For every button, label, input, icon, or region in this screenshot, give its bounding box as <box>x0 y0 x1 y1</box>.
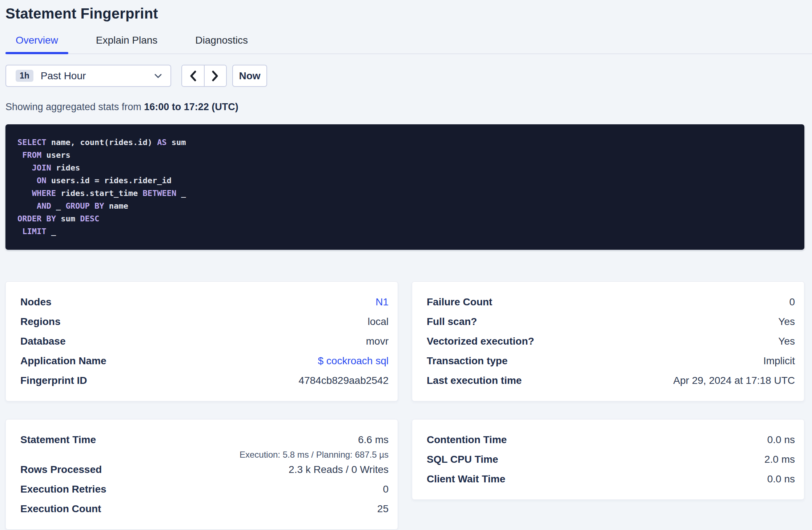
info-value: 0 <box>789 296 795 308</box>
sql-keyword: SELECT <box>17 138 46 147</box>
sql-text <box>17 201 37 210</box>
tab-bar: Overview Explain Plans Diagnostics <box>5 34 812 54</box>
sql-text <box>17 189 32 198</box>
info-value: Yes <box>778 336 795 347</box>
sql-text: sum <box>167 138 186 147</box>
sql-text: rides.start_time <box>56 189 142 198</box>
sql-text <box>17 163 32 172</box>
sql-line: AND _ GROUP BY name <box>17 200 793 212</box>
chevron-right-icon <box>210 70 220 82</box>
sql-keyword: AND <box>37 201 51 210</box>
attributes-card: Failure Count0Full scan?YesVectorized ex… <box>412 281 804 401</box>
sql-keyword: AS <box>157 138 167 147</box>
sql-keyword: WHERE <box>32 189 56 198</box>
info-value-wrap: Implicit <box>763 351 795 371</box>
info-value-wrap: $ cockroach sql <box>318 351 389 371</box>
info-label: Failure Count <box>427 292 492 312</box>
info-label: Execution Retries <box>20 479 106 499</box>
cards-grid: NodesN1RegionslocalDatabasemovrApplicati… <box>5 281 804 530</box>
info-value-wrap: 4784cb829aab2542 <box>298 371 389 390</box>
prev-time-button[interactable] <box>182 65 205 86</box>
info-row: Fingerprint ID4784cb829aab2542 <box>20 371 389 390</box>
time-range-dropdown[interactable]: 1h Past Hour <box>5 65 171 87</box>
sql-keyword: DESC <box>80 214 99 223</box>
statement-fingerprint-page: Statement Fingerprint Overview Explain P… <box>0 0 812 530</box>
next-time-button[interactable] <box>205 65 226 86</box>
info-label: Last execution time <box>427 371 522 390</box>
info-row: Failure Count0 <box>427 292 795 312</box>
tab-diagnostics[interactable]: Diagnostics <box>185 34 258 53</box>
info-row: Databasemovr <box>20 332 389 351</box>
chevron-down-icon <box>154 73 162 79</box>
info-label: Fingerprint ID <box>20 371 87 390</box>
info-row: Regionslocal <box>20 312 389 332</box>
info-row: Contention Time0.0 ns <box>427 430 795 450</box>
info-label: Nodes <box>20 292 52 312</box>
page-title: Statement Fingerprint <box>5 4 804 23</box>
sql-text: users.id = rides.rider_id <box>46 176 171 185</box>
info-value: Apr 29, 2024 at 17:18 UTC <box>673 375 795 386</box>
sql-text: _ <box>176 189 186 198</box>
info-label: Transaction type <box>427 351 508 371</box>
info-value: 6.6 ms <box>358 434 389 445</box>
sql-text: name, count(rides.id) <box>46 138 157 147</box>
info-value-wrap: 6.6 msExecution: 5.8 ms / Planning: 687.… <box>240 430 389 460</box>
sql-keyword: FROM <box>22 150 41 160</box>
tab-overview[interactable]: Overview <box>5 34 68 53</box>
info-row: Vectorized execution?Yes <box>427 332 795 351</box>
time-range-badge: 1h <box>16 70 33 82</box>
info-value-link[interactable]: $ cockroach sql <box>318 355 389 366</box>
sql-text: _ <box>51 201 66 210</box>
info-row: Application Name$ cockroach sql <box>20 351 389 371</box>
sql-keyword: JOIN <box>32 163 51 172</box>
info-value-wrap: 0 <box>789 292 795 312</box>
sql-line: LIMIT _ <box>17 225 793 238</box>
time-picker: 1h Past Hour Now <box>5 65 804 87</box>
sql-line: WHERE rides.start_time BETWEEN _ <box>17 187 793 200</box>
stats-summary-range: 16:00 to 17:22 (UTC) <box>144 101 238 112</box>
info-row: Statement Time6.6 msExecution: 5.8 ms / … <box>20 430 389 460</box>
info-row: Transaction typeImplicit <box>427 351 795 371</box>
chevron-left-icon <box>188 70 198 82</box>
sql-keyword: ORDER BY <box>17 214 56 223</box>
sql-line: ORDER BY sum DESC <box>17 212 793 225</box>
sql-text <box>17 227 22 236</box>
info-value-wrap: 0.0 ns <box>767 469 795 489</box>
sql-keyword: LIMIT <box>22 227 46 236</box>
details-card: NodesN1RegionslocalDatabasemovrApplicati… <box>5 281 398 401</box>
info-value-link[interactable]: N1 <box>375 296 389 308</box>
info-value-wrap: 2.3 k Reads / 0 Writes <box>289 460 389 479</box>
info-value: Implicit <box>763 355 795 366</box>
info-value-wrap: 0 <box>383 479 389 499</box>
info-value-wrap: 25 <box>377 499 389 519</box>
sql-keyword: ON <box>37 176 47 185</box>
info-value-wrap: 2.0 ms <box>764 450 795 469</box>
info-value: local <box>367 316 389 327</box>
cards-left-column: NodesN1RegionslocalDatabasemovrApplicati… <box>5 281 398 530</box>
tab-explain-plans[interactable]: Explain Plans <box>86 34 168 53</box>
cards-right-column: Failure Count0Full scan?YesVectorized ex… <box>412 281 804 530</box>
time-range-arrows <box>181 65 227 87</box>
info-row: Last execution timeApr 29, 2024 at 17:18… <box>427 371 795 390</box>
info-value: 2.3 k Reads / 0 Writes <box>289 464 389 475</box>
sql-line: FROM users <box>17 149 793 161</box>
info-row: Execution Retries0 <box>20 479 389 499</box>
info-value-wrap: Yes <box>778 332 795 351</box>
now-button[interactable]: Now <box>232 65 267 87</box>
sql-line: ON users.id = rides.rider_id <box>17 174 793 187</box>
info-value-wrap: movr <box>366 332 389 351</box>
info-label: Vectorized execution? <box>427 332 534 351</box>
info-value-wrap: 0.0 ns <box>767 430 795 450</box>
info-value: 0.0 ns <box>767 473 795 485</box>
info-label: Contention Time <box>427 430 507 450</box>
info-label: Application Name <box>20 351 106 371</box>
info-value-wrap: Yes <box>778 312 795 332</box>
info-label: Client Wait Time <box>427 469 505 489</box>
timing-card: Statement Time6.6 msExecution: 5.8 ms / … <box>5 419 398 530</box>
sql-keyword: GROUP BY <box>65 201 104 210</box>
info-row: SQL CPU Time2.0 ms <box>427 450 795 469</box>
sql-text: name <box>104 201 128 210</box>
sql-text: users <box>41 150 70 160</box>
info-subvalue: Execution: 5.8 ms / Planning: 687.5 µs <box>240 450 389 460</box>
sql-line: JOIN rides <box>17 161 793 174</box>
